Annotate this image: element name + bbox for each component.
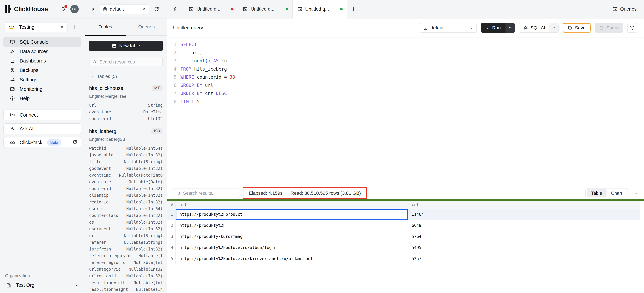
tab-tables[interactable]: Tables — [85, 19, 126, 35]
query-history-button[interactable] — [627, 23, 637, 33]
column-type: Nullable(Int32) — [123, 166, 163, 171]
line-number: 4 — [174, 65, 176, 73]
column-row[interactable]: javaenableNullable(Int32) — [89, 152, 163, 158]
column-row[interactable]: eventtimeDateTime — [89, 109, 163, 115]
more-options-icon[interactable] — [632, 190, 638, 196]
new-table-button[interactable]: New table — [89, 41, 163, 51]
save-button[interactable]: Save — [562, 23, 590, 33]
column-row[interactable]: urlregionidNullable(Int32) — [89, 273, 163, 279]
column-name: urlregionid — [89, 274, 116, 278]
sidebar-item-sql-console[interactable]: SQL Console — [3, 37, 82, 47]
column-row[interactable]: eventtimeNullable(DateTime6 — [89, 172, 163, 179]
row-index: 1 — [168, 209, 176, 220]
sql-editor[interactable]: 1SELECT2 url,3 count() AS cnt4FROM hits_… — [168, 38, 644, 187]
column-row[interactable]: resolutionheightNullable(In — [89, 286, 163, 293]
column-row[interactable]: counteridUInt32 — [89, 115, 163, 122]
add-workspace-button[interactable] — [68, 24, 82, 30]
share-button[interactable]: Share — [595, 23, 623, 33]
result-cell-url[interactable]: https://produkty%2Fpulove.ru/album/login — [176, 242, 408, 253]
column-row[interactable]: counteridNullable(Int32) — [89, 185, 163, 192]
sidebar-item-clickstack[interactable]: ClickStackBeta — [3, 137, 82, 148]
column-row[interactable]: watchidNullable(Int64) — [89, 145, 163, 152]
column-row[interactable]: urlString — [89, 102, 163, 109]
column-header-url[interactable]: url — [176, 201, 408, 209]
result-cell-cnt[interactable]: 5357 — [408, 253, 640, 264]
database-selector[interactable]: default — [100, 4, 149, 14]
sidebar-item-label: Settings — [20, 77, 37, 83]
sql-ai-options-button[interactable] — [549, 23, 558, 33]
chevron-updown-icon — [60, 25, 64, 29]
view-toggle-chart[interactable]: Chart — [606, 189, 627, 197]
run-button[interactable]: Run — [481, 23, 515, 33]
table-name[interactable]: hits_clickhouse — [89, 85, 123, 91]
resources-search[interactable] — [89, 57, 163, 67]
column-row[interactable]: urlcategoryidNullable(Int32 — [89, 266, 163, 273]
workspace-selector[interactable]: aws Testing — [5, 22, 68, 32]
result-cell-cnt[interactable]: 5764 — [408, 231, 640, 242]
column-row[interactable]: urlNullable(String) — [89, 232, 163, 239]
sidebar-item-connect[interactable]: Connect — [3, 110, 82, 120]
column-row[interactable]: useragentNullable(Int32) — [89, 226, 163, 232]
column-row[interactable]: titleNullable(String) — [89, 158, 163, 165]
column-row[interactable]: clientipNullable(Int32) — [89, 192, 163, 199]
sidebar-item-backups[interactable]: Backups — [3, 66, 82, 75]
tab-queries[interactable]: Queries — [126, 19, 167, 35]
sidebar-item-monitoring[interactable]: Monitoring — [3, 84, 82, 94]
editor-database-selector[interactable]: default — [420, 23, 477, 33]
table-entry: hits_clickhouseMTEngine: MergeTreeurlStr… — [89, 85, 163, 122]
editor-database-value: default — [430, 25, 444, 31]
column-row[interactable]: referercategoryidNullable(I — [89, 252, 163, 259]
query-progress-bar — [168, 199, 644, 201]
sidebar-item-ask-ai[interactable]: Ask AI — [3, 123, 82, 134]
column-row[interactable]: refererregionidNullable(Int — [89, 259, 163, 266]
refresh-icon[interactable] — [154, 7, 159, 12]
organization-item[interactable]: Test Org — [5, 282, 80, 288]
results-search-input[interactable] — [183, 191, 237, 196]
column-header-cnt[interactable]: cnt — [408, 201, 640, 209]
tables-section-label: Tables (5) — [97, 74, 117, 79]
avatar[interactable]: DT — [70, 5, 79, 13]
column-row[interactable]: resolutionwidthNullable(Int — [89, 279, 163, 286]
column-row[interactable]: counterclassNullable(Int32) — [89, 212, 163, 219]
results-search[interactable] — [173, 188, 240, 198]
result-cell-url[interactable]: https://produkty%2Fproduct — [176, 209, 408, 220]
column-row[interactable]: eventdateNullable(Date) — [89, 179, 163, 185]
view-toggle-table[interactable]: Table — [586, 189, 606, 197]
column-row[interactable]: isrefreshNullable(Int32) — [89, 246, 163, 252]
column-row[interactable]: osNullable(Int32) — [89, 219, 163, 226]
collapse-sidebar-icon[interactable] — [91, 7, 96, 12]
sidebar-item-data-sources[interactable]: Data sources — [3, 47, 82, 56]
column-header-index[interactable]: # — [168, 201, 176, 209]
result-cell-cnt[interactable]: 5495 — [408, 242, 640, 253]
app-window: ClickHouse DT default Untitled q...Untit… — [0, 0, 644, 293]
terminal-icon — [297, 7, 302, 12]
query-tab[interactable]: Untitled q... — [184, 0, 238, 18]
column-row[interactable]: goodeventNullable(Int32) — [89, 165, 163, 172]
notifications-bell-icon[interactable] — [60, 6, 67, 13]
column-row[interactable]: regionidNullable(Int32) — [89, 199, 163, 205]
result-cell-url[interactable]: https://produkty%2F — [176, 220, 408, 231]
result-cell-url[interactable]: https://produkty/kurortmag — [176, 231, 408, 242]
query-tab[interactable]: Untitled q... — [238, 0, 293, 18]
column-row[interactable]: useridNullable(Int64) — [89, 205, 163, 212]
plus-icon — [351, 7, 356, 12]
result-cell-cnt[interactable]: 6649 — [408, 220, 640, 231]
query-tab[interactable]: Untitled q... — [293, 0, 347, 18]
tables-section-header[interactable]: Tables (5) — [89, 74, 163, 79]
add-tab-button[interactable] — [347, 0, 360, 18]
table-name[interactable]: hits_iceberg — [89, 128, 116, 134]
query-title[interactable]: Untitled query — [173, 25, 203, 31]
sidebar-item-settings[interactable]: Settings — [3, 75, 82, 84]
column-row[interactable]: refererNullable(String) — [89, 239, 163, 246]
run-options-button[interactable] — [506, 23, 515, 33]
sidebar-item-help[interactable]: Help — [3, 94, 82, 103]
sidebar-item-dashboards[interactable]: Dashboards — [3, 56, 82, 66]
queries-button[interactable]: Queries — [612, 7, 636, 12]
result-cell-cnt[interactable]: 11464 — [408, 209, 640, 220]
resources-search-input[interactable] — [100, 60, 160, 65]
sql-ai-button[interactable]: SQL AI — [519, 23, 559, 33]
query-tabs: Untitled q...Untitled q...Untitled q... — [184, 0, 347, 18]
table-row: 3https://produkty/kurortmag5764 — [168, 231, 640, 242]
result-cell-url[interactable]: https://produkty%2Fpulove.ru/kiroverlane… — [176, 253, 408, 264]
home-button[interactable] — [168, 0, 184, 18]
